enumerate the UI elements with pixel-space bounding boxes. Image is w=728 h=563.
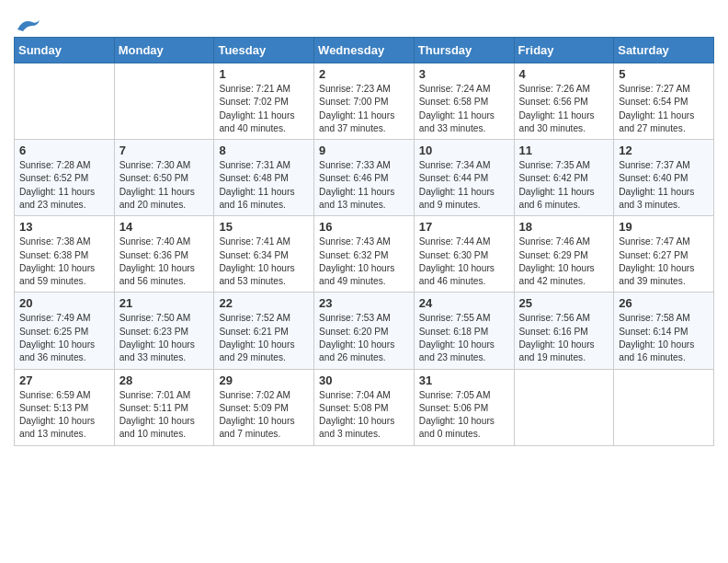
day-details: Sunrise: 7:35 AM Sunset: 6:42 PM Dayligh…: [519, 159, 609, 212]
calendar-cell: 15Sunrise: 7:41 AM Sunset: 6:34 PM Dayli…: [214, 216, 314, 293]
calendar-cell: 9Sunrise: 7:33 AM Sunset: 6:46 PM Daylig…: [314, 140, 415, 216]
day-number: 26: [619, 296, 709, 310]
day-details: Sunrise: 7:21 AM Sunset: 7:02 PM Dayligh…: [219, 83, 309, 135]
day-number: 10: [419, 144, 509, 157]
weekday-header-sunday: Sunday: [15, 38, 115, 63]
calendar-cell: 5Sunrise: 7:27 AM Sunset: 6:54 PM Daylig…: [614, 63, 714, 140]
calendar-cell: 26Sunrise: 7:58 AM Sunset: 6:14 PM Dayli…: [614, 293, 714, 369]
day-number: 4: [519, 67, 609, 81]
calendar-cell: 29Sunrise: 7:02 AM Sunset: 5:09 PM Dayli…: [214, 369, 314, 445]
day-details: Sunrise: 7:49 AM Sunset: 6:25 PM Dayligh…: [19, 312, 109, 364]
weekday-header-row: SundayMondayTuesdayWednesdayThursdayFrid…: [15, 38, 714, 63]
day-number: 6: [19, 144, 109, 157]
day-number: 18: [519, 220, 609, 234]
day-details: Sunrise: 7:33 AM Sunset: 6:46 PM Dayligh…: [319, 159, 409, 212]
day-number: 9: [319, 144, 409, 157]
weekday-header-thursday: Thursday: [414, 38, 514, 63]
weekday-header-tuesday: Tuesday: [214, 38, 314, 63]
day-details: Sunrise: 7:47 AM Sunset: 6:27 PM Dayligh…: [619, 236, 709, 288]
calendar-cell: 3Sunrise: 7:24 AM Sunset: 6:58 PM Daylig…: [414, 63, 514, 140]
calendar-cell: [614, 369, 714, 445]
day-number: 25: [519, 296, 609, 310]
logo-bird-icon: [16, 15, 41, 35]
day-details: Sunrise: 7:58 AM Sunset: 6:14 PM Dayligh…: [619, 312, 709, 364]
calendar-cell: 18Sunrise: 7:46 AM Sunset: 6:29 PM Dayli…: [514, 216, 614, 293]
day-number: 12: [619, 144, 709, 157]
day-number: 29: [219, 373, 309, 387]
calendar-cell: 2Sunrise: 7:23 AM Sunset: 7:00 PM Daylig…: [314, 63, 415, 140]
day-details: Sunrise: 7:31 AM Sunset: 6:48 PM Dayligh…: [219, 159, 309, 212]
calendar-week-5: 27Sunrise: 6:59 AM Sunset: 5:13 PM Dayli…: [15, 369, 714, 445]
day-number: 7: [119, 144, 210, 157]
calendar-cell: 12Sunrise: 7:37 AM Sunset: 6:40 PM Dayli…: [614, 140, 714, 216]
day-number: 16: [319, 220, 409, 234]
day-number: 30: [319, 373, 409, 387]
weekday-header-monday: Monday: [114, 38, 214, 63]
calendar-cell: 14Sunrise: 7:40 AM Sunset: 6:36 PM Dayli…: [114, 216, 214, 293]
day-details: Sunrise: 7:53 AM Sunset: 6:20 PM Dayligh…: [319, 312, 409, 364]
day-number: 22: [219, 296, 309, 310]
day-number: 17: [419, 220, 509, 234]
calendar-week-1: 1Sunrise: 7:21 AM Sunset: 7:02 PM Daylig…: [15, 63, 714, 140]
day-details: Sunrise: 7:56 AM Sunset: 6:16 PM Dayligh…: [519, 312, 609, 364]
day-number: 11: [519, 144, 609, 157]
day-details: Sunrise: 7:41 AM Sunset: 6:34 PM Dayligh…: [219, 236, 309, 288]
calendar-cell: 20Sunrise: 7:49 AM Sunset: 6:25 PM Dayli…: [15, 293, 115, 369]
day-details: Sunrise: 7:26 AM Sunset: 6:56 PM Dayligh…: [519, 83, 609, 135]
day-details: Sunrise: 7:34 AM Sunset: 6:44 PM Dayligh…: [419, 159, 509, 212]
day-number: 31: [419, 373, 509, 387]
calendar-cell: 17Sunrise: 7:44 AM Sunset: 6:30 PM Dayli…: [414, 216, 514, 293]
calendar-cell: 25Sunrise: 7:56 AM Sunset: 6:16 PM Dayli…: [514, 293, 614, 369]
day-details: Sunrise: 7:37 AM Sunset: 6:40 PM Dayligh…: [619, 159, 709, 212]
calendar-cell: 1Sunrise: 7:21 AM Sunset: 7:02 PM Daylig…: [214, 63, 314, 140]
calendar-cell: 27Sunrise: 6:59 AM Sunset: 5:13 PM Dayli…: [15, 369, 115, 445]
day-number: 23: [319, 296, 409, 310]
day-details: Sunrise: 7:02 AM Sunset: 5:09 PM Dayligh…: [219, 389, 309, 442]
calendar-cell: [114, 63, 214, 140]
calendar-cell: [514, 369, 614, 445]
day-details: Sunrise: 7:38 AM Sunset: 6:38 PM Dayligh…: [19, 236, 109, 288]
weekday-header-wednesday: Wednesday: [314, 38, 415, 63]
day-details: Sunrise: 7:46 AM Sunset: 6:29 PM Dayligh…: [519, 236, 609, 288]
day-details: Sunrise: 7:24 AM Sunset: 6:58 PM Dayligh…: [419, 83, 509, 135]
day-details: Sunrise: 7:23 AM Sunset: 7:00 PM Dayligh…: [319, 83, 409, 135]
day-details: Sunrise: 7:40 AM Sunset: 6:36 PM Dayligh…: [119, 236, 210, 288]
day-number: 2: [319, 67, 409, 81]
day-details: Sunrise: 7:52 AM Sunset: 6:21 PM Dayligh…: [219, 312, 309, 364]
day-number: 19: [619, 220, 709, 234]
calendar-cell: 6Sunrise: 7:28 AM Sunset: 6:52 PM Daylig…: [15, 140, 115, 216]
calendar-cell: 8Sunrise: 7:31 AM Sunset: 6:48 PM Daylig…: [214, 140, 314, 216]
day-details: Sunrise: 7:28 AM Sunset: 6:52 PM Dayligh…: [19, 159, 109, 212]
day-number: 28: [119, 373, 210, 387]
day-details: Sunrise: 7:05 AM Sunset: 5:06 PM Dayligh…: [419, 389, 509, 442]
day-details: Sunrise: 7:01 AM Sunset: 5:11 PM Dayligh…: [119, 389, 210, 442]
calendar-cell: 28Sunrise: 7:01 AM Sunset: 5:11 PM Dayli…: [114, 369, 214, 445]
day-details: Sunrise: 6:59 AM Sunset: 5:13 PM Dayligh…: [19, 389, 109, 442]
calendar-table: SundayMondayTuesdayWednesdayThursdayFrid…: [14, 37, 714, 446]
day-number: 5: [619, 67, 709, 81]
page-header: [14, 9, 714, 29]
logo: [14, 15, 41, 29]
calendar-cell: 7Sunrise: 7:30 AM Sunset: 6:50 PM Daylig…: [114, 140, 214, 216]
day-details: Sunrise: 7:43 AM Sunset: 6:32 PM Dayligh…: [319, 236, 409, 288]
day-number: 3: [419, 67, 509, 81]
day-number: 14: [119, 220, 210, 234]
day-number: 1: [219, 67, 309, 81]
day-number: 24: [419, 296, 509, 310]
calendar-cell: 16Sunrise: 7:43 AM Sunset: 6:32 PM Dayli…: [314, 216, 415, 293]
calendar-cell: [15, 63, 115, 140]
day-number: 20: [19, 296, 109, 310]
calendar-cell: 21Sunrise: 7:50 AM Sunset: 6:23 PM Dayli…: [114, 293, 214, 369]
day-details: Sunrise: 7:50 AM Sunset: 6:23 PM Dayligh…: [119, 312, 210, 364]
calendar-cell: 10Sunrise: 7:34 AM Sunset: 6:44 PM Dayli…: [414, 140, 514, 216]
day-details: Sunrise: 7:30 AM Sunset: 6:50 PM Dayligh…: [119, 159, 210, 212]
day-details: Sunrise: 7:55 AM Sunset: 6:18 PM Dayligh…: [419, 312, 509, 364]
day-details: Sunrise: 7:04 AM Sunset: 5:08 PM Dayligh…: [319, 389, 409, 442]
calendar-cell: 31Sunrise: 7:05 AM Sunset: 5:06 PM Dayli…: [414, 369, 514, 445]
day-details: Sunrise: 7:44 AM Sunset: 6:30 PM Dayligh…: [419, 236, 509, 288]
calendar-week-3: 13Sunrise: 7:38 AM Sunset: 6:38 PM Dayli…: [15, 216, 714, 293]
weekday-header-saturday: Saturday: [614, 38, 714, 63]
calendar-cell: 4Sunrise: 7:26 AM Sunset: 6:56 PM Daylig…: [514, 63, 614, 140]
day-number: 27: [19, 373, 109, 387]
day-number: 15: [219, 220, 309, 234]
